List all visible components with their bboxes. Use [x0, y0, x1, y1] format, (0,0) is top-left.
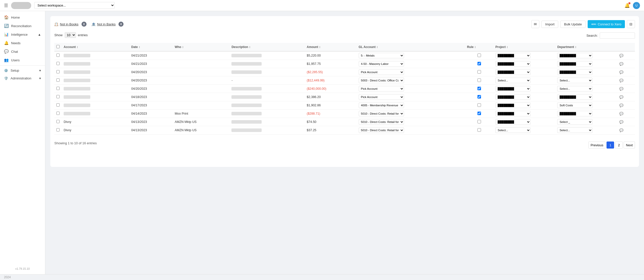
- connect-xero-button[interactable]: XERO Connect to Xero: [588, 20, 625, 28]
- search-input[interactable]: [600, 32, 635, 39]
- rule-checkbox-0[interactable]: [477, 54, 481, 57]
- rule-checkbox-8[interactable]: [477, 120, 481, 123]
- row-rule: [465, 126, 493, 134]
- setup-icon: ⚙️: [4, 69, 8, 72]
- entries-label: entries: [78, 33, 88, 37]
- prev-page-button[interactable]: Previous: [588, 142, 606, 149]
- rule-checkbox-5[interactable]: [477, 95, 481, 99]
- chat-button-7[interactable]: 💬: [619, 112, 623, 116]
- rule-checkbox-9[interactable]: [477, 128, 481, 132]
- department-select-4[interactable]: Select...: [557, 86, 592, 91]
- sidebar-item-reconciliation[interactable]: 🔄 Reconciliation: [0, 22, 45, 30]
- row-checkbox-3[interactable]: [56, 78, 60, 82]
- sidebar-item-needs[interactable]: 🔔 Needs: [0, 39, 45, 47]
- hamburger-menu[interactable]: ☰: [4, 3, 8, 8]
- rule-checkbox-4[interactable]: [477, 87, 481, 90]
- not-in-banks-button[interactable]: 🏦 Not in Banks: [92, 22, 116, 26]
- chat-button-2[interactable]: 💬: [619, 70, 623, 74]
- chat-button-9[interactable]: 💬: [619, 128, 623, 132]
- not-in-books-button[interactable]: 📋 Not in Books: [54, 22, 78, 26]
- page-2-button[interactable]: 2: [615, 142, 623, 149]
- department-select-3[interactable]: Select...: [557, 78, 592, 83]
- sidebar-label-reconciliation: Reconciliation: [11, 24, 31, 28]
- next-page-button[interactable]: Next: [624, 142, 635, 149]
- sidebar-item-users[interactable]: 👥 Users: [0, 56, 45, 64]
- department-select-6[interactable]: Soft Costs: [557, 103, 592, 108]
- row-description: ████████: [229, 126, 305, 134]
- row-who: [173, 85, 229, 93]
- show-entries-select[interactable]: 10 25 50: [65, 32, 76, 38]
- sidebar-item-chat[interactable]: 💬 Chat: [0, 47, 45, 56]
- project-select-7[interactable]: ████████: [495, 111, 531, 116]
- gl-account-select-9[interactable]: 5010 - Direct Costs: Retail for Sale Ite…: [359, 127, 404, 133]
- row-department: ████████: [555, 68, 617, 76]
- project-select-5[interactable]: ████████: [495, 94, 531, 100]
- chat-button-3[interactable]: 💬: [619, 79, 623, 82]
- project-select-8[interactable]: ████████: [495, 119, 531, 125]
- gl-account-select-1[interactable]: 4-50 - Masonry LaborPick Account5- - Met…: [359, 61, 404, 67]
- row-account: ████████████: [62, 93, 129, 101]
- row-checkbox-5[interactable]: [56, 95, 60, 98]
- row-amount: $37.25: [305, 126, 356, 134]
- gl-account-select-2[interactable]: Pick AccountPick Account5- - Metals4-50 …: [359, 69, 404, 75]
- rule-checkbox-2[interactable]: [477, 70, 481, 74]
- row-checkbox-4[interactable]: [56, 87, 60, 90]
- col-description: Description ↕: [229, 43, 305, 51]
- sidebar-label-intelligence: Intelligence: [11, 33, 28, 36]
- row-date: 04/20/2023: [129, 76, 173, 85]
- project-select-9[interactable]: Select...: [495, 127, 531, 133]
- row-date: 04/17/2023: [129, 101, 173, 110]
- sidebar-section-administration[interactable]: 🛡️ Administration ▾: [0, 74, 45, 82]
- gl-account-select-4[interactable]: Pick AccountPick Account5- - Metals4-50 …: [359, 86, 404, 91]
- project-select-4[interactable]: ████████: [495, 86, 531, 91]
- email-icon-button[interactable]: ✉: [531, 20, 539, 28]
- chat-button-6[interactable]: 💬: [619, 104, 623, 107]
- rule-checkbox-7[interactable]: [477, 112, 481, 115]
- row-checkbox-2[interactable]: [56, 70, 60, 73]
- rule-checkbox-1[interactable]: [477, 62, 481, 65]
- rule-checkbox-3[interactable]: [477, 78, 481, 82]
- bulk-update-button[interactable]: Bulk Update: [560, 21, 586, 28]
- filter-button[interactable]: ⊟: [627, 20, 635, 28]
- gl-account-select-5[interactable]: Pick AccountPick Account5- - Metals4-50 …: [359, 94, 404, 100]
- select-all-checkbox[interactable]: [56, 45, 60, 48]
- project-select-6[interactable]: ████████: [495, 103, 531, 108]
- chat-button-5[interactable]: 💬: [619, 95, 623, 99]
- gl-account-select-6[interactable]: 4005 - Membership Revenue - DiscouPick A…: [359, 103, 404, 108]
- gl-account-select-0[interactable]: 5- - MetalsPick Account5- - Metals4-50 -…: [359, 53, 404, 58]
- chat-button-0[interactable]: 💬: [619, 54, 623, 58]
- chat-button-8[interactable]: 💬: [619, 120, 623, 124]
- gl-account-select-3[interactable]: 5003 - Direct Costs: Office ConsumalPick…: [359, 78, 404, 83]
- department-select-0[interactable]: ████████: [557, 53, 592, 58]
- sidebar-item-intelligence[interactable]: 📊 Intelligence ▲: [0, 30, 45, 39]
- row-checkbox-8[interactable]: [56, 120, 60, 123]
- row-checkbox-7[interactable]: [56, 112, 60, 115]
- notification-icon[interactable]: 🔔: [624, 3, 630, 8]
- department-select-8[interactable]: Select _: [557, 119, 592, 125]
- department-select-9[interactable]: Select...: [557, 127, 592, 133]
- project-select-1[interactable]: ████████: [495, 61, 531, 67]
- row-checkbox-0[interactable]: [56, 54, 60, 57]
- col-date: Date ↕: [129, 43, 173, 51]
- project-select-2[interactable]: ████████: [495, 69, 531, 75]
- department-select-7[interactable]: ████████: [557, 111, 592, 116]
- row-checkbox-6[interactable]: [56, 103, 60, 107]
- gl-account-select-8[interactable]: 5010 - Direct Costs: Retail for Sale Ite…: [359, 119, 404, 125]
- import-button[interactable]: Import: [541, 21, 558, 28]
- rule-checkbox-6[interactable]: [477, 103, 481, 107]
- chat-button-1[interactable]: 💬: [619, 62, 623, 66]
- project-select-3[interactable]: Select...: [495, 78, 531, 83]
- gl-account-select-7[interactable]: 5010 - Direct Costs: Retail for Sale Ite…: [359, 111, 404, 116]
- project-select-0[interactable]: ████████: [495, 53, 531, 58]
- workspace-select[interactable]: Select workspace...: [34, 2, 115, 9]
- sidebar-item-home[interactable]: 🏠 Home: [0, 13, 45, 22]
- sidebar-section-setup[interactable]: ⚙️ Setup ▾: [0, 67, 45, 74]
- department-select-2[interactable]: ████████: [557, 69, 592, 75]
- department-select-5[interactable]: ████████: [557, 94, 592, 100]
- row-checkbox-1[interactable]: [56, 62, 60, 65]
- page-1-button[interactable]: 1: [607, 142, 614, 149]
- chat-button-4[interactable]: 💬: [619, 87, 623, 91]
- department-select-1[interactable]: ████████: [557, 61, 592, 67]
- row-checkbox-9[interactable]: [56, 128, 60, 131]
- user-avatar[interactable]: U: [633, 2, 640, 9]
